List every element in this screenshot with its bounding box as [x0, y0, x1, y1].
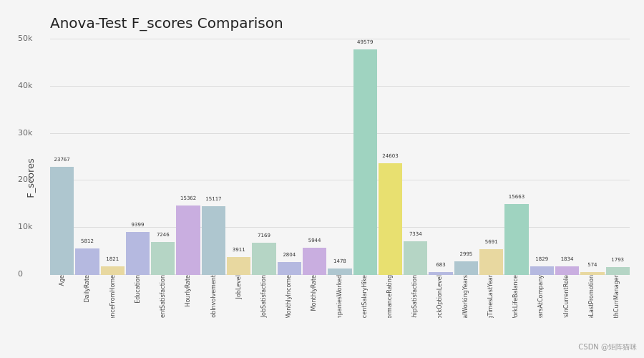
bar: 5944 — [303, 248, 326, 275]
x-label-text: Education — [135, 275, 142, 304]
x-label-item: JobLevel — [227, 275, 252, 318]
bar-group: 7334 — [404, 39, 427, 275]
bar: 24603 — [379, 163, 402, 275]
x-label-text: JobSatisfaction — [261, 275, 268, 317]
bar-group: 3911 — [227, 39, 250, 275]
x-label-text: YearsInCurrentRole — [564, 275, 570, 318]
bar-value: 683 — [436, 262, 445, 268]
x-label-text: HourlyRate — [185, 275, 192, 307]
bar-group: 24603 — [379, 39, 402, 275]
x-label-item: TotalWorkingYears — [454, 275, 479, 318]
x-label-text: TrainingTimesLastYear — [488, 275, 494, 318]
x-label-text: StockOptionLevel — [437, 275, 444, 318]
bar-value: 15663 — [509, 194, 525, 200]
grid-label: 50k — [18, 34, 32, 43]
x-label-text: PercentSalaryHike — [362, 275, 369, 318]
bar-value: 1478 — [333, 258, 346, 264]
bar: 15362 — [176, 205, 200, 275]
bar-value: 9399 — [132, 222, 145, 228]
grid-label: 20k — [18, 175, 32, 184]
grid-label: 0 — [18, 269, 23, 279]
x-label-item: YearsWithCurrManager — [605, 275, 630, 318]
x-label-item: JobInvolvement — [201, 275, 226, 318]
bar-value: 5944 — [308, 238, 321, 243]
bar-value: 15117 — [205, 196, 221, 202]
bar: 23767 — [50, 167, 74, 275]
bar-group: 2995 — [454, 39, 478, 275]
x-label-text: WorkLifeBalance — [513, 275, 519, 318]
bar-value: 1793 — [611, 257, 624, 263]
bar: 9399 — [126, 232, 150, 275]
bar-group: 1834 — [555, 39, 579, 275]
bar-value: 2804 — [283, 252, 296, 258]
x-label-text: PerformanceRating — [387, 275, 394, 318]
bar-group: 5812 — [75, 39, 99, 275]
x-label-item: Age — [50, 275, 75, 318]
bar-group: 15663 — [504, 39, 528, 275]
bar-value: 1829 — [535, 256, 548, 262]
bar-value: 5812 — [81, 238, 94, 244]
grid-label: 30k — [18, 128, 32, 137]
bar: 7246 — [151, 242, 175, 275]
x-label-text: EnvironmentSatisfaction — [160, 275, 167, 318]
x-label-item: RelationshipSatisfaction — [403, 275, 428, 318]
x-label-text: YearsAtCompany — [538, 275, 545, 318]
bar: 1829 — [530, 266, 554, 275]
bar: 2804 — [278, 262, 301, 275]
x-label-text: NumCompaniesWorked — [337, 275, 343, 318]
x-labels: AgeDailyRateDistanceFromHomeEducationEnv… — [50, 275, 630, 318]
x-label-text: DistanceFromHome — [110, 275, 117, 318]
x-label-item: Education — [126, 275, 151, 318]
bar-value: 24603 — [382, 153, 398, 159]
x-label-item: PercentSalaryHike — [353, 275, 378, 318]
x-label-item: NumCompaniesWorked — [327, 275, 352, 318]
x-label-text: Age — [59, 275, 66, 286]
x-label-item: WorkLifeBalance — [504, 275, 529, 318]
bar-group: 15117 — [202, 39, 225, 275]
x-label-item: DailyRate — [75, 275, 100, 318]
x-label-item: MonthlyIncome — [277, 275, 302, 318]
chart-area: F_scores 50k40k30k20k10k0 23767581218219… — [50, 39, 630, 318]
bar-value: 2995 — [459, 251, 472, 257]
bar-value: 15362 — [180, 195, 196, 201]
bar: 2995 — [454, 261, 478, 275]
bar-group: 5691 — [479, 39, 503, 275]
chart-container: Anova-Test F_scores Comparison F_scores … — [0, 0, 644, 358]
bar: 7169 — [252, 243, 275, 275]
bar: 15663 — [504, 204, 528, 275]
bar: 3911 — [227, 257, 250, 275]
watermark: CSDN @矩阵猫咪 — [578, 342, 637, 352]
x-label-item: YearsAtCompany — [529, 275, 554, 318]
bar-group: 683 — [429, 39, 452, 275]
x-label-item: YearsSinceLastPromotion — [580, 275, 605, 318]
bar-group: 1793 — [606, 39, 630, 275]
bar-group: 7169 — [252, 39, 275, 275]
x-label-text: JobInvolvement — [211, 275, 218, 318]
bar: 7334 — [404, 241, 427, 275]
bar: 5691 — [479, 249, 503, 275]
bar-value: 5691 — [485, 239, 498, 245]
x-label-item: JobSatisfaction — [252, 275, 277, 318]
x-label-text: TotalWorkingYears — [463, 275, 469, 318]
x-label-item: MonthlyRate — [302, 275, 327, 318]
bar-value: 7246 — [157, 232, 170, 238]
x-label-item: StockOptionLevel — [428, 275, 453, 318]
x-label-text: JobLevel — [236, 275, 243, 299]
x-label-item: PerformanceRating — [378, 275, 403, 318]
bar-value: 7169 — [258, 233, 270, 238]
bar: 1478 — [328, 268, 351, 275]
x-label-item: EnvironmentSatisfaction — [151, 275, 176, 318]
x-label-item: DistanceFromHome — [100, 275, 125, 318]
bar: 5812 — [75, 248, 99, 275]
bar-value: 49579 — [357, 39, 373, 45]
bar-value: 23767 — [54, 157, 70, 163]
x-label-item: YearsInCurrentRole — [554, 275, 579, 318]
bar: 15117 — [202, 206, 225, 275]
x-label-text: YearsSinceLastPromotion — [589, 275, 595, 318]
grid-label: 40k — [18, 81, 32, 90]
bar-group: 1478 — [328, 39, 351, 275]
x-label-text: RelationshipSatisfaction — [412, 275, 419, 318]
bar: 1793 — [606, 267, 630, 275]
bar-value: 1821 — [106, 256, 119, 262]
bar: 1834 — [555, 266, 579, 275]
